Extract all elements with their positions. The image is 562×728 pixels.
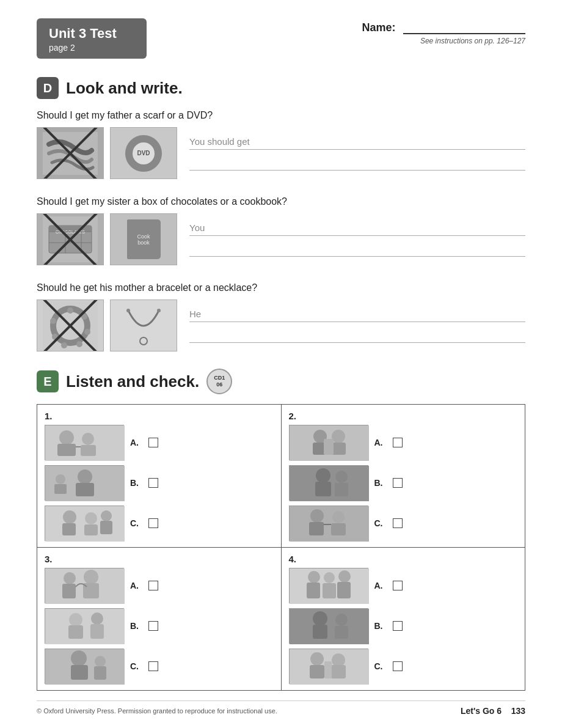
svg-rect-89 bbox=[324, 661, 332, 678]
svg-point-23 bbox=[59, 430, 74, 445]
listen-4a-label: A. bbox=[374, 581, 387, 590]
listen-2-img-b bbox=[289, 465, 368, 501]
checkbox-2a[interactable] bbox=[393, 438, 403, 447]
svg-rect-83 bbox=[335, 626, 348, 639]
listen-4-img-a bbox=[289, 568, 368, 603]
listen-grid: 1. A. bbox=[37, 404, 525, 691]
listen-1c-label: C. bbox=[130, 518, 142, 528]
listen-3a-label: A. bbox=[130, 581, 142, 590]
svg-point-12 bbox=[81, 314, 87, 320]
listen-2a-label: A. bbox=[374, 438, 387, 447]
question-2: Should I get my sister a box of chocolat… bbox=[37, 196, 525, 265]
listen-item-3-col: 3. A. bbox=[37, 548, 282, 690]
question-3-text: Should he get his mother a bracelet or a… bbox=[37, 282, 525, 293]
checkbox-3a[interactable] bbox=[148, 581, 158, 590]
svg-rect-32 bbox=[54, 484, 67, 494]
cd-label-bottom: 06 bbox=[216, 381, 222, 388]
checkbox-4a[interactable] bbox=[393, 581, 403, 590]
name-line[interactable] bbox=[403, 33, 525, 34]
listen-4-c: C. bbox=[289, 649, 518, 684]
listen-1-img-a bbox=[45, 425, 124, 460]
listen-3-img-c bbox=[45, 649, 124, 684]
brand-name: Let's Go 6 bbox=[461, 706, 502, 716]
unit-title: Unit 3 Test bbox=[49, 26, 134, 42]
listen-2a-svg bbox=[290, 425, 369, 461]
checkbox-3b[interactable] bbox=[148, 621, 158, 631]
checkbox-1c[interactable] bbox=[148, 518, 158, 528]
page-footer: © Oxford University Press. Permission gr… bbox=[37, 700, 525, 716]
listen-3-img-a bbox=[45, 568, 124, 603]
question-2-text: Should I get my sister a box of chocolat… bbox=[37, 196, 525, 207]
necklace-image bbox=[110, 300, 177, 351]
svg-point-52 bbox=[310, 509, 324, 523]
question-1-row: DVD You should get bbox=[37, 127, 525, 179]
checkbox-4b[interactable] bbox=[393, 621, 403, 631]
svg-rect-26 bbox=[81, 445, 96, 456]
svg-rect-65 bbox=[68, 625, 83, 639]
svg-point-21 bbox=[157, 309, 161, 312]
svg-point-15 bbox=[61, 342, 67, 348]
cd-label-top: CD1 bbox=[214, 375, 225, 381]
listen-row-2: 3. A. bbox=[37, 548, 525, 690]
answer-2-blank[interactable] bbox=[189, 242, 525, 257]
listen-4a-svg bbox=[290, 568, 369, 604]
listen-2-a: A. bbox=[289, 425, 518, 460]
checkbox-3c[interactable] bbox=[148, 661, 158, 671]
svg-rect-25 bbox=[57, 444, 76, 456]
svg-point-74 bbox=[324, 572, 335, 583]
listen-1-b: B. bbox=[45, 465, 274, 501]
svg-rect-77 bbox=[323, 583, 336, 598]
instructions-ref: See instructions on pp. 126–127 bbox=[362, 37, 525, 45]
question-2-row: CHOCOLATES Cookbook You bbox=[37, 213, 525, 265]
svg-rect-39 bbox=[100, 521, 112, 534]
answer-1-hint[interactable]: You should get bbox=[189, 136, 525, 150]
listen-2-img-c bbox=[289, 506, 368, 541]
svg-point-24 bbox=[82, 433, 94, 445]
dvd-circle: DVD bbox=[125, 135, 162, 172]
listen-2-c: C. bbox=[289, 506, 518, 541]
listen-3-b: B. bbox=[45, 608, 274, 644]
section-e-header: E Listen and check. CD1 06 bbox=[37, 369, 525, 394]
svg-point-42 bbox=[332, 430, 345, 443]
svg-point-20 bbox=[126, 309, 130, 312]
question-2-answer: You bbox=[189, 222, 525, 257]
svg-point-58 bbox=[64, 572, 76, 584]
svg-point-69 bbox=[95, 656, 106, 667]
listen-2c-label: C. bbox=[374, 518, 387, 528]
checkbox-1b[interactable] bbox=[148, 478, 158, 488]
listen-3c-svg bbox=[45, 649, 125, 685]
section-d-header: D Look and write. bbox=[37, 77, 525, 99]
listen-3c-label: C. bbox=[130, 661, 142, 671]
listen-3-c: C. bbox=[45, 649, 274, 684]
svg-rect-30 bbox=[76, 483, 94, 496]
listen-4-img-b bbox=[289, 608, 368, 644]
bracelet-image-crossed bbox=[37, 300, 104, 351]
svg-point-81 bbox=[335, 614, 348, 626]
listen-1a-label: A. bbox=[130, 438, 142, 447]
svg-point-64 bbox=[91, 612, 103, 625]
svg-rect-88 bbox=[331, 665, 346, 678]
necklace-svg bbox=[116, 301, 171, 350]
checkbox-1a[interactable] bbox=[148, 438, 158, 447]
svg-point-63 bbox=[69, 613, 82, 627]
page-header: Unit 3 Test page 2 Name: See instruction… bbox=[37, 18, 525, 59]
svg-point-47 bbox=[316, 468, 330, 483]
listen-3a-svg bbox=[45, 568, 125, 604]
svg-point-75 bbox=[338, 570, 351, 583]
checkbox-2c[interactable] bbox=[393, 518, 403, 528]
svg-point-35 bbox=[85, 512, 97, 524]
answer-2-hint[interactable]: You bbox=[189, 222, 525, 236]
svg-rect-82 bbox=[313, 625, 327, 639]
answer-3-hint[interactable]: He bbox=[189, 309, 525, 322]
question-3: Should he get his mother a bracelet or a… bbox=[37, 282, 525, 351]
cd-badge: CD1 06 bbox=[206, 369, 232, 394]
answer-1-blank[interactable] bbox=[189, 156, 525, 171]
answer-3-blank[interactable] bbox=[189, 328, 525, 343]
listen-2b-svg bbox=[290, 466, 369, 501]
section-d-title: Look and write. bbox=[66, 79, 183, 98]
checkbox-4c[interactable] bbox=[393, 661, 403, 671]
checkbox-2b[interactable] bbox=[393, 478, 403, 488]
svg-rect-76 bbox=[307, 583, 320, 598]
question-1-images: DVD bbox=[37, 127, 177, 179]
listen-4-img-c bbox=[289, 649, 368, 684]
